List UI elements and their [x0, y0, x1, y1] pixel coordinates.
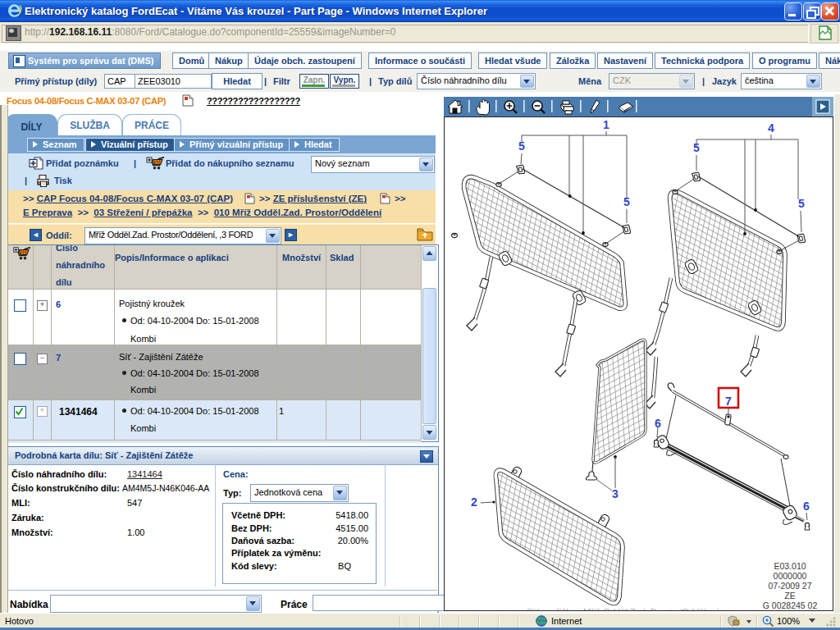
svg-text:3: 3: [612, 487, 619, 500]
svg-text:Síť a mřížky - Mříž Odděl.Zad.: Síť a mřížky - Mříž Odděl.Zad. Prostor/O…: [527, 607, 719, 610]
svg-text:5: 5: [623, 195, 630, 208]
svg-text:G 0028245 02: G 0028245 02: [763, 600, 818, 610]
svg-text:0000000: 0000000: [774, 571, 807, 581]
svg-text:5: 5: [518, 139, 525, 153]
svg-text:E03.010: E03.010: [774, 561, 806, 571]
svg-text:4: 4: [768, 121, 774, 135]
svg-text:2: 2: [471, 495, 477, 509]
svg-text:5: 5: [693, 141, 700, 154]
svg-text:1: 1: [603, 118, 609, 131]
svg-text:5: 5: [798, 197, 805, 210]
svg-text:6: 6: [803, 500, 810, 513]
svg-text:7: 7: [725, 395, 732, 408]
svg-text:ZE: ZE: [784, 591, 795, 600]
svg-text:07-2009 27: 07-2009 27: [768, 581, 811, 591]
